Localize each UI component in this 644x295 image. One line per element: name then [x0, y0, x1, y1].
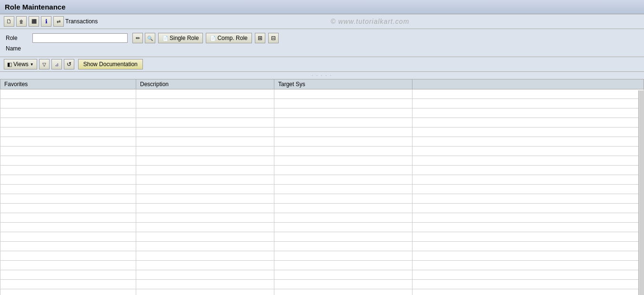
edit-role-icon[interactable]: ✏ — [132, 33, 143, 43]
name-row: Name — [6, 45, 638, 52]
table-row — [0, 185, 644, 194]
table-row — [0, 270, 644, 280]
comp-role-button[interactable]: 📄 Comp. Role — [206, 33, 252, 43]
search-role-icon[interactable]: 🔍 — [145, 33, 155, 43]
role-action-buttons: ✏ 🔍 — [132, 33, 155, 43]
col-header-target-sys: Target Sys — [274, 79, 413, 89]
transport-icon[interactable]: ⬛ — [29, 16, 39, 27]
table-row — [0, 204, 644, 213]
role-label: Role — [6, 35, 30, 41]
table-row — [0, 108, 644, 118]
table-row — [0, 128, 644, 137]
table-row — [0, 251, 644, 261]
table-row — [0, 147, 644, 156]
views-button[interactable]: ◧ Views ▼ — [4, 59, 37, 69]
drag-hint: · · · · · — [0, 72, 644, 79]
scrollbar-track — [639, 90, 644, 295]
table-row — [0, 242, 644, 251]
table-row — [0, 280, 644, 289]
grid2-icon[interactable]: ⊟ — [268, 33, 279, 43]
table-header: Favorites Description Target Sys — [0, 79, 644, 89]
table-row — [0, 156, 644, 166]
refresh-icon[interactable]: ↺ — [64, 59, 74, 69]
table-row — [0, 175, 644, 185]
table-row — [0, 89, 644, 99]
table-body — [0, 89, 644, 295]
delete-icon[interactable]: 🗑 — [16, 16, 27, 27]
table-row — [0, 194, 644, 204]
main-table: Favorites Description Target Sys — [0, 79, 644, 295]
views-icon: ◧ — [7, 61, 12, 68]
transactions-button[interactable]: ⇄ Transactions — [53, 16, 98, 27]
comp-role-label: Comp. Role — [217, 35, 247, 41]
role-input[interactable] — [32, 33, 128, 43]
name-label: Name — [6, 45, 30, 52]
single-role-button[interactable]: 📄 Single Role — [158, 33, 203, 43]
table-row — [0, 261, 644, 270]
transactions-icon: ⇄ — [53, 16, 64, 27]
table-row — [0, 118, 644, 128]
show-doc-label: Show Documentation — [83, 61, 138, 68]
grid1-icon[interactable]: ⊞ — [255, 33, 265, 43]
table-header-row: Favorites Description Target Sys — [0, 79, 644, 89]
table-row — [0, 137, 644, 147]
content-area: Favorites Description Target Sys — [0, 79, 644, 295]
table-row — [0, 99, 644, 108]
show-documentation-button[interactable]: Show Documentation — [78, 59, 143, 69]
table-row — [0, 223, 644, 232]
title-bar: Role Maintenance — [0, 0, 644, 14]
toolbar2: ◧ Views ▼ ▽ ⊿ ↺ Show Documentation — [0, 57, 644, 72]
col-header-extra — [413, 79, 644, 89]
views-label: Views — [13, 61, 29, 68]
table-row — [0, 289, 644, 295]
table-row — [0, 166, 644, 175]
filter-icon[interactable]: ▽ — [39, 59, 50, 69]
single-role-label: Single Role — [170, 35, 199, 41]
views-arrow-icon: ▼ — [30, 62, 34, 67]
table-row — [0, 213, 644, 223]
vertical-scrollbar[interactable] — [638, 90, 644, 295]
form-area: Role ✏ 🔍 📄 Single Role 📄 Comp. Role ⊞ ⊟ … — [0, 29, 644, 57]
toolbar1: 🗋 🗑 ⬛ ℹ ⇄ Transactions © www.tutorialkar… — [0, 14, 644, 29]
table-row — [0, 232, 644, 242]
role-row: Role ✏ 🔍 📄 Single Role 📄 Comp. Role ⊞ ⊟ — [6, 33, 638, 43]
info-icon[interactable]: ℹ — [41, 16, 51, 27]
page-title: Role Maintenance — [5, 3, 66, 11]
transactions-label: Transactions — [65, 18, 98, 25]
filter2-icon[interactable]: ⊿ — [51, 59, 62, 69]
watermark: © www.tutorialkart.com — [100, 18, 640, 25]
new-icon[interactable]: 🗋 — [4, 16, 14, 27]
table-wrapper: Favorites Description Target Sys — [0, 79, 644, 295]
col-header-description: Description — [136, 79, 274, 89]
col-header-favorites: Favorites — [0, 79, 136, 89]
